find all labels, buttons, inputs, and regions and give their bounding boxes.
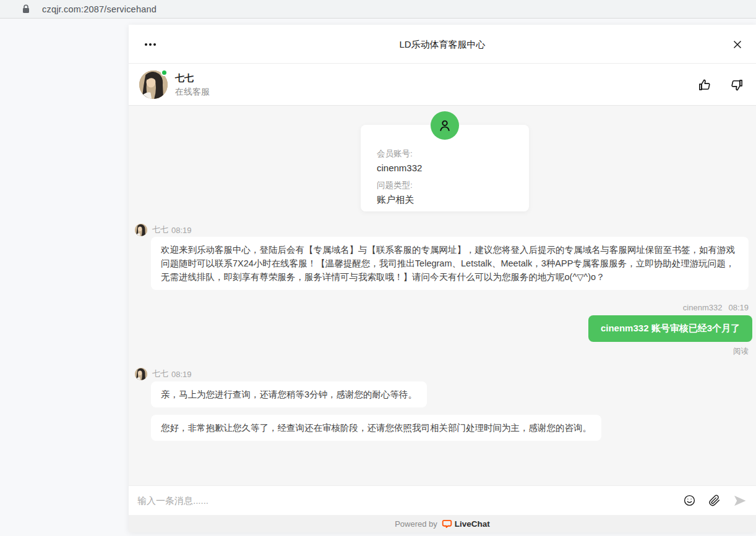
rating-controls: [697, 64, 745, 106]
chat-widget: LD乐动体育客服中心 七七 在线客服: [129, 25, 756, 532]
message-author: 七七: [152, 368, 168, 380]
screen: { "browser": { "url": "czqjr.com:2087/se…: [0, 0, 756, 536]
send-button[interactable]: [731, 492, 749, 509]
thumbs-up-button[interactable]: [697, 77, 713, 93]
thumbs-down-icon: [729, 78, 744, 92]
close-icon: [732, 40, 742, 49]
message-meta: 七七 08:19: [135, 368, 192, 380]
close-button[interactable]: [726, 25, 749, 64]
visitor-time: 08:19: [728, 303, 749, 312]
online-status-dot: [161, 69, 168, 76]
prechat-field-value: 账户相关: [377, 194, 517, 206]
menu-button[interactable]: [141, 25, 160, 64]
message-time: 08:19: [171, 370, 192, 379]
livechat-logo-icon: [442, 519, 452, 529]
message-author: 七七: [152, 224, 168, 236]
paperclip-icon: [708, 494, 721, 507]
widget-title: LD乐动体育客服中心: [129, 25, 756, 64]
message-meta: 七七 08:19: [135, 224, 192, 236]
agent-status: 在线客服: [175, 87, 210, 98]
widget-header: LD乐动体育客服中心: [129, 25, 756, 64]
page-background: LD乐动体育客服中心 七七 在线客服: [0, 19, 756, 536]
url-text: czqjr.com:2087/servicehand: [42, 4, 157, 14]
prechat-user-icon: [431, 111, 459, 140]
browser-address-bar[interactable]: czqjr.com:2087/servicehand: [0, 0, 756, 19]
thumbs-up-icon: [698, 78, 712, 92]
agent-message-bubble: 您好，非常抱歉让您久等了，经查询还在审核阶段，还请您依照我司相关部门处理时间为主…: [151, 415, 601, 441]
agent-avatar-small: [135, 368, 147, 380]
attachment-button[interactable]: [707, 493, 722, 508]
message-area[interactable]: 会员账号: cinenm332 问题类型: 账户相关 七七 08:19: [129, 106, 756, 485]
lock-icon: [22, 4, 30, 14]
agent-name: 七七: [175, 72, 194, 84]
livechat-brand-text: LiveChat: [455, 519, 490, 529]
visitor-author: cinenm332: [683, 303, 723, 312]
powered-by-text: Powered by: [395, 519, 437, 529]
thumbs-down-button[interactable]: [728, 77, 745, 93]
prechat-field-label: 会员账号:: [377, 148, 517, 160]
emoji-button[interactable]: [682, 493, 697, 508]
send-icon: [732, 493, 747, 508]
agent-message-bubble: 亲，马上为您进行查询，还请您稍等3分钟，感谢您的耐心等待。: [151, 381, 427, 407]
agent-avatar-small: [135, 224, 147, 236]
message-input[interactable]: [137, 495, 682, 506]
more-dots-icon: [145, 43, 156, 46]
branding-footer[interactable]: Powered by LiveChat: [129, 515, 756, 532]
read-receipt: 阅读: [733, 346, 749, 357]
composer-actions: [682, 492, 749, 509]
prechat-field-label: 问题类型:: [377, 180, 517, 191]
visitor-message-bubble: cinenm332 账号审核已经3个月了: [588, 315, 752, 342]
smiley-icon: [683, 494, 696, 507]
prechat-field-value: cinenm332: [377, 163, 517, 173]
composer-bar: [129, 485, 756, 515]
agent-message-bubble: 欢迎来到乐动客服中心，登陆后会有【专属域名】与【联系客服的专属网址】，建议您将登…: [151, 237, 749, 290]
message-time: 08:19: [171, 226, 192, 235]
person-icon: [437, 117, 453, 134]
agent-bar: 七七 在线客服: [129, 64, 756, 106]
visitor-message-meta: cinenm332 08:19: [680, 303, 749, 312]
